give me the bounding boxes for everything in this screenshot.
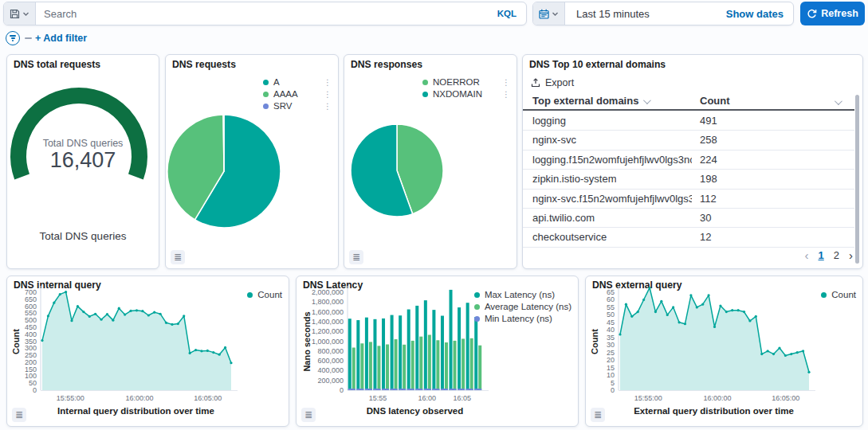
search-bar: KQL xyxy=(3,2,527,25)
svg-text:450: 450 xyxy=(25,323,37,331)
legend-label: Count xyxy=(257,290,282,299)
chart-legend: Count xyxy=(247,290,282,299)
panel-dns-external-query: DNS external query 051015202530354045505… xyxy=(585,276,863,427)
svg-text:1,200,000: 1,200,000 xyxy=(312,327,344,335)
table-row: nginx-svc.f15n2womfujehfjlwv0lgs3no...11… xyxy=(523,190,854,209)
chart-legend: Count xyxy=(821,290,856,299)
chevron-down-icon xyxy=(22,10,29,18)
svg-text:700: 700 xyxy=(25,288,37,296)
legend-item-menu-icon[interactable]: ⋮ xyxy=(314,90,332,99)
svg-text:200: 200 xyxy=(25,358,37,366)
legend-item[interactable]: SRV⋮ xyxy=(263,101,332,111)
pagination-next-icon[interactable]: › xyxy=(849,248,853,262)
legend-toggle-button[interactable]: ≣ xyxy=(301,408,316,422)
table-body: logging491nginx-svc258logging.f15n2womfu… xyxy=(523,111,854,248)
legend-item-menu-icon[interactable]: ⋮ xyxy=(314,102,332,111)
date-quick-select-button[interactable] xyxy=(533,2,565,25)
export-button[interactable]: Export xyxy=(531,77,574,88)
pie-legend: NOERROR⋮NXDOMAIN⋮ xyxy=(422,77,510,99)
add-filter-link[interactable]: + Add filter xyxy=(35,33,87,44)
svg-text:15:55: 15:55 xyxy=(369,394,387,402)
refresh-icon xyxy=(807,9,817,19)
column-header-count[interactable]: Count xyxy=(700,95,730,107)
legend-item[interactable]: NXDOMAIN⋮ xyxy=(422,89,510,99)
legend-item[interactable]: NOERROR⋮ xyxy=(422,77,510,87)
count-cell: 30 xyxy=(700,212,711,224)
pagination-page-2[interactable]: 2 xyxy=(834,249,839,261)
search-input[interactable] xyxy=(36,2,488,25)
svg-text:0: 0 xyxy=(33,386,37,394)
domain-cell: api.twilio.com xyxy=(532,212,595,224)
svg-text:40: 40 xyxy=(607,326,615,334)
domain-cell: checkoutservice xyxy=(532,231,607,243)
legend-item[interactable]: Count xyxy=(821,290,856,299)
svg-text:60: 60 xyxy=(607,295,615,303)
legend-label: A xyxy=(273,77,280,87)
legend-item[interactable]: A⋮ xyxy=(263,77,332,87)
table-scrollbar[interactable] xyxy=(855,95,859,264)
legend-dot-icon xyxy=(263,80,269,85)
x-axis-title: DNS latency observed xyxy=(348,406,482,416)
refresh-button[interactable]: Refresh xyxy=(800,2,865,25)
legend-label: Min Latency (ns) xyxy=(485,314,552,323)
svg-text:200,000: 200,000 xyxy=(317,377,344,385)
legend-label: NXDOMAIN xyxy=(433,89,482,99)
column-header-domains[interactable]: Top external domains xyxy=(532,95,649,107)
svg-text:15:55:00: 15:55:00 xyxy=(57,394,84,402)
refresh-label: Refresh xyxy=(821,8,858,19)
svg-text:1,000,000: 1,000,000 xyxy=(312,338,344,346)
legend-toggle-button[interactable]: ≣ xyxy=(12,408,26,422)
svg-text:25: 25 xyxy=(607,349,615,357)
legend-item[interactable]: Count xyxy=(247,290,282,299)
pie-legend: A⋮AAAA⋮SRV⋮ xyxy=(263,77,332,111)
svg-text:350: 350 xyxy=(25,338,37,346)
svg-text:650: 650 xyxy=(25,295,37,303)
panel-dns-latency: DNS Latency 0200,000400,000600,000800,00… xyxy=(296,276,579,427)
legend-item-menu-icon[interactable]: ⋮ xyxy=(493,78,510,87)
svg-text:16:05:00: 16:05:00 xyxy=(194,394,222,402)
legend-item[interactable]: Min Latency (ns) xyxy=(474,314,571,323)
domain-cell: nginx-svc xyxy=(532,134,576,146)
legend-item-menu-icon[interactable]: ⋮ xyxy=(314,78,332,87)
legend-dot-icon xyxy=(422,80,428,85)
sort-chevron-icon[interactable] xyxy=(835,97,842,105)
table-row: nginx-svc258 xyxy=(523,131,854,150)
count-cell: 491 xyxy=(700,115,717,127)
legend-item[interactable]: Average Latency (ns) xyxy=(474,302,571,311)
legend-dot-icon xyxy=(474,304,480,310)
legend-label: NOERROR xyxy=(433,77,480,87)
legend-dot-icon xyxy=(247,292,253,298)
filter-separator xyxy=(25,37,32,39)
saved-query-menu-button[interactable] xyxy=(4,2,36,25)
panel-dns-requests: DNS requests A⋮AAAA⋮SRV⋮ ≣ xyxy=(165,54,339,269)
legend-toggle-button[interactable]: ≣ xyxy=(171,250,185,264)
legend-toggle-button[interactable]: ≣ xyxy=(349,250,363,264)
kql-button[interactable]: KQL xyxy=(488,2,526,25)
pagination-page-1[interactable]: 1 xyxy=(819,249,824,261)
export-label: Export xyxy=(545,77,574,88)
svg-text:1,400,000: 1,400,000 xyxy=(312,318,344,326)
svg-text:0: 0 xyxy=(340,386,344,394)
svg-text:16:00: 16:00 xyxy=(418,394,436,402)
svg-text:20: 20 xyxy=(607,356,615,364)
legend-toggle-button[interactable]: ≣ xyxy=(591,408,605,422)
pagination-prev-icon[interactable]: ‹ xyxy=(805,248,809,262)
svg-text:5: 5 xyxy=(611,379,615,387)
gauge-value: 16,407 xyxy=(7,148,159,173)
filter-options-button[interactable] xyxy=(6,31,20,45)
svg-text:300: 300 xyxy=(25,344,37,352)
svg-text:16:00:00: 16:00:00 xyxy=(126,394,154,402)
domain-cell: logging xyxy=(532,115,566,127)
svg-text:400,000: 400,000 xyxy=(317,366,344,374)
svg-text:2,000,000: 2,000,000 xyxy=(312,288,344,296)
table-row: checkoutservice12 xyxy=(523,228,854,247)
time-range-value[interactable]: Last 15 minutes xyxy=(565,2,661,25)
show-dates-link[interactable]: Show dates xyxy=(717,2,793,25)
svg-text:150: 150 xyxy=(25,366,37,373)
legend-item[interactable]: Max Latency (ns) xyxy=(474,290,571,299)
legend-label: Average Latency (ns) xyxy=(485,302,571,311)
legend-item-menu-icon[interactable]: ⋮ xyxy=(493,90,510,99)
legend-dot-icon xyxy=(474,316,480,322)
svg-text:250: 250 xyxy=(25,351,37,359)
legend-item[interactable]: AAAA⋮ xyxy=(263,89,332,99)
